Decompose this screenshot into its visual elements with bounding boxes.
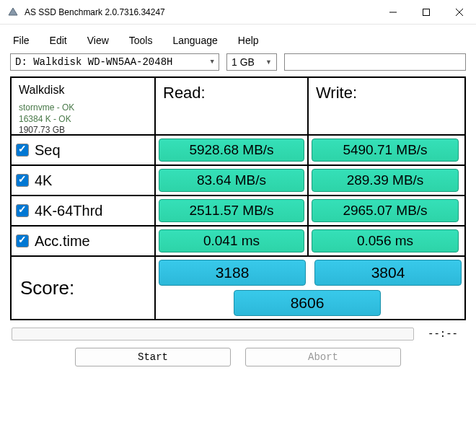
- acc-read: 0.041 ms: [159, 229, 304, 252]
- disk-name: Walkdisk: [19, 84, 147, 97]
- 4k-write: 289.39 MB/s: [312, 169, 459, 192]
- score-total: 8606: [234, 290, 381, 316]
- score-area: 3188 3804 8606: [156, 257, 464, 319]
- svg-rect-1: [423, 9, 430, 15]
- 4k64-label: 4K-64Thrd: [35, 203, 103, 219]
- acc-checkbox[interactable]: [16, 234, 29, 247]
- minimize-button[interactable]: [376, 0, 410, 24]
- acc-write: 0.056 ms: [312, 229, 459, 252]
- results-grid: Walkdisk stornvme - OK 16384 K - OK 1907…: [10, 76, 466, 320]
- capacity: 1907.73 GB: [19, 125, 147, 136]
- score-label: Score:: [12, 257, 156, 319]
- size-select-value: 1 GB: [232, 56, 255, 68]
- seq-write: 5490.71 MB/s: [312, 139, 459, 162]
- menu-tools[interactable]: Tools: [129, 35, 153, 46]
- score-read: 3188: [159, 260, 306, 286]
- seq-checkbox[interactable]: [16, 144, 29, 157]
- seq-read: 5928.68 MB/s: [159, 139, 304, 162]
- drive-select[interactable]: D: Walkdisk WD-WN5AA-2048H ▼: [10, 53, 219, 71]
- 4k64-write: 2965.07 MB/s: [312, 199, 459, 222]
- menubar: File Edit View Tools Language Help: [10, 30, 466, 53]
- seq-label: Seq: [35, 142, 61, 159]
- progress-time: --:--: [421, 328, 464, 340]
- 4k-checkbox[interactable]: [16, 174, 29, 187]
- 4k-label: 4K: [35, 172, 52, 189]
- window-controls: [376, 0, 476, 24]
- menu-file[interactable]: File: [13, 35, 30, 46]
- menu-view[interactable]: View: [87, 35, 109, 46]
- score-write: 3804: [314, 260, 462, 286]
- info-cell: Walkdisk stornvme - OK 16384 K - OK 1907…: [12, 78, 156, 134]
- window-title: AS SSD Benchmark 2.0.7316.34247: [25, 7, 376, 17]
- maximize-button[interactable]: [410, 0, 443, 24]
- 4k64-read: 2511.57 MB/s: [159, 199, 304, 222]
- write-header: Write:: [309, 78, 462, 134]
- app-icon: [7, 6, 19, 18]
- chevron-down-icon: ▼: [211, 58, 214, 66]
- read-header: Read:: [156, 78, 309, 134]
- titlebar: AS SSD Benchmark 2.0.7316.34247: [0, 0, 476, 25]
- progress-bar: [12, 328, 414, 341]
- drive-select-value: D: Walkdisk WD-WN5AA-2048H: [15, 56, 172, 68]
- start-button[interactable]: Start: [75, 348, 231, 366]
- 4k-read: 83.64 MB/s: [159, 169, 304, 192]
- menu-language[interactable]: Language: [172, 35, 217, 46]
- alignment-status: 16384 K - OK: [19, 114, 147, 126]
- button-bar: Start Abort: [10, 348, 466, 366]
- size-select[interactable]: 1 GB ▼: [226, 53, 277, 71]
- acc-label: Acc.time: [35, 233, 90, 250]
- close-button[interactable]: [443, 0, 476, 24]
- menu-help[interactable]: Help: [238, 35, 259, 46]
- blank-field[interactable]: [284, 53, 466, 71]
- progress-area: --:--: [12, 328, 464, 341]
- abort-button[interactable]: Abort: [245, 348, 401, 366]
- chevron-down-icon: ▼: [265, 58, 272, 66]
- driver-status: stornvme - OK: [19, 102, 147, 114]
- toolbar: D: Walkdisk WD-WN5AA-2048H ▼ 1 GB ▼: [10, 53, 466, 71]
- menu-edit[interactable]: Edit: [50, 35, 67, 46]
- 4k64-checkbox[interactable]: [16, 204, 29, 217]
